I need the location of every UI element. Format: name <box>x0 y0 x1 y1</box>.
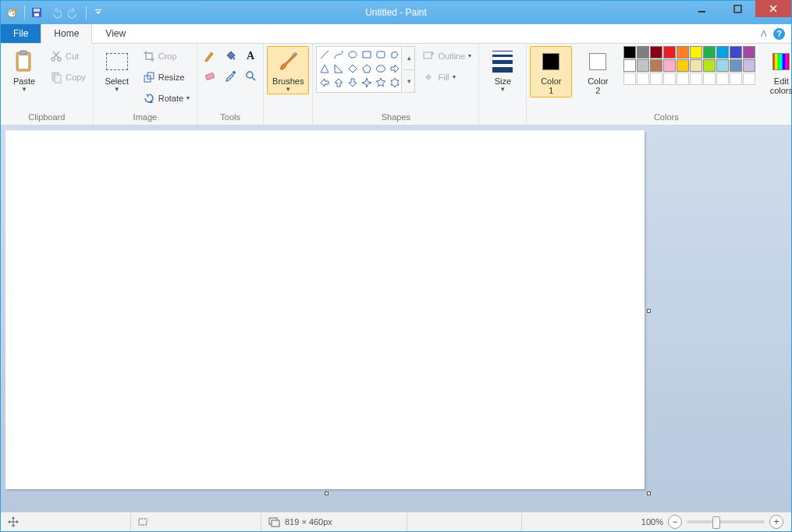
color1-button[interactable]: Color1 <box>530 46 572 98</box>
undo-button[interactable] <box>47 4 64 21</box>
shape-line[interactable] <box>318 48 332 62</box>
close-button[interactable] <box>755 0 791 17</box>
crop-button[interactable]: Crop <box>139 46 194 66</box>
svg-rect-17 <box>55 75 61 83</box>
color-swatch[interactable] <box>716 59 729 72</box>
shape-pentagon[interactable] <box>360 62 374 76</box>
fill-tool[interactable] <box>221 46 240 65</box>
custom-color-slot[interactable] <box>690 73 702 85</box>
app-window: Untitled - Paint File Home View ᐱ ? Past… <box>0 0 792 532</box>
zoom-in-button[interactable]: + <box>769 515 783 529</box>
rotate-button[interactable]: Rotate ▾ <box>139 88 194 108</box>
color-swatch[interactable] <box>650 59 662 72</box>
color-swatch[interactable] <box>703 46 716 59</box>
custom-color-slot[interactable] <box>650 73 662 85</box>
shape-right-arrow[interactable] <box>388 62 402 76</box>
color-swatch[interactable] <box>743 59 755 72</box>
color2-button[interactable]: Color2 <box>577 46 619 98</box>
zoom-slider-thumb[interactable] <box>712 516 720 529</box>
eraser-tool[interactable] <box>201 66 219 85</box>
color-swatch[interactable] <box>690 59 702 72</box>
shape-up-arrow[interactable] <box>332 76 346 90</box>
shape-triangle[interactable] <box>318 62 332 76</box>
color-swatch[interactable] <box>663 59 676 72</box>
paint-logo-icon <box>4 4 21 21</box>
custom-color-slot[interactable] <box>663 73 676 85</box>
help-button[interactable]: ? <box>773 28 785 40</box>
tab-home[interactable]: Home <box>41 24 92 44</box>
resize-handle-s[interactable] <box>325 491 329 495</box>
color-swatch[interactable] <box>623 59 636 72</box>
cut-button[interactable]: Cut <box>46 46 90 66</box>
save-button[interactable] <box>28 4 45 21</box>
color-swatch[interactable] <box>743 46 755 59</box>
shapes-gallery[interactable] <box>316 46 402 93</box>
color1-swatch <box>542 53 559 70</box>
shape-fill-button[interactable]: Fill ▾ <box>418 67 475 87</box>
color-swatch[interactable] <box>677 46 689 59</box>
pencil-tool[interactable] <box>201 46 219 65</box>
brushes-button[interactable]: Brushes ▼ <box>267 46 309 94</box>
shape-outline-button[interactable]: Outline ▾ <box>418 46 475 66</box>
resize-handle-se[interactable] <box>647 491 651 495</box>
color-swatch[interactable] <box>730 46 742 59</box>
customize-qat-button[interactable] <box>90 4 107 21</box>
canvas[interactable] <box>5 130 645 489</box>
color-swatch[interactable] <box>677 59 689 72</box>
magnifier-tool[interactable] <box>241 66 260 85</box>
collapse-ribbon-button[interactable]: ᐱ <box>761 29 767 39</box>
color-swatch[interactable] <box>637 46 649 59</box>
custom-color-slot[interactable] <box>623 73 636 85</box>
scroll-up-icon[interactable]: ▴ <box>403 47 414 70</box>
color-swatch[interactable] <box>703 59 716 72</box>
minimize-button[interactable] <box>684 0 719 17</box>
expand-gallery-icon[interactable]: ▾ <box>403 70 414 93</box>
shape-star6[interactable] <box>388 76 402 90</box>
shapes-scroll[interactable]: ▴▾ <box>403 46 415 93</box>
redo-button[interactable] <box>66 4 83 21</box>
zoom-slider[interactable] <box>687 520 765 523</box>
shape-star4[interactable] <box>360 76 374 90</box>
resize-button[interactable]: Resize <box>139 67 194 87</box>
maximize-button[interactable] <box>719 0 755 17</box>
group-brushes: Brushes ▼ <box>264 44 313 125</box>
select-button[interactable]: Select ▼ <box>97 46 137 94</box>
custom-color-slot[interactable] <box>637 73 649 85</box>
shape-hexagon[interactable] <box>374 62 388 76</box>
color-swatch[interactable] <box>623 46 636 59</box>
color-swatch[interactable] <box>690 46 702 59</box>
shape-roundrect[interactable] <box>374 48 388 62</box>
size-icon <box>492 48 513 75</box>
shape-diamond[interactable] <box>346 62 360 76</box>
color-swatch[interactable] <box>730 59 742 72</box>
shape-rect[interactable] <box>360 48 374 62</box>
color-swatch[interactable] <box>637 59 649 72</box>
zoom-out-button[interactable]: − <box>668 515 682 529</box>
shape-star5[interactable] <box>374 76 388 90</box>
tab-file[interactable]: File <box>1 24 41 43</box>
shape-curve[interactable] <box>332 48 346 62</box>
custom-color-slot[interactable] <box>716 73 729 85</box>
copy-button[interactable]: Copy <box>46 67 90 87</box>
custom-color-slot[interactable] <box>730 73 742 85</box>
paste-button[interactable]: Paste ▼ <box>4 46 44 94</box>
color-picker-tool[interactable] <box>221 66 240 85</box>
shape-right-triangle[interactable] <box>332 62 346 76</box>
tab-view[interactable]: View <box>92 24 139 43</box>
custom-color-slot[interactable] <box>677 73 689 85</box>
canvas-area[interactable] <box>1 126 791 512</box>
shape-oval[interactable] <box>346 48 360 62</box>
custom-color-slot[interactable] <box>743 73 755 85</box>
select-icon <box>106 48 128 75</box>
shape-left-arrow[interactable] <box>318 76 332 90</box>
text-tool[interactable]: A <box>241 46 260 65</box>
shape-polygon[interactable] <box>388 48 402 62</box>
custom-color-slot[interactable] <box>703 73 716 85</box>
color-swatch[interactable] <box>663 46 676 59</box>
edit-colors-button[interactable]: Editcolors <box>760 46 792 98</box>
resize-handle-e[interactable] <box>647 309 651 313</box>
size-button[interactable]: Size ▼ <box>482 46 523 94</box>
shape-down-arrow[interactable] <box>346 76 360 90</box>
color-swatch[interactable] <box>650 46 662 59</box>
color-swatch[interactable] <box>716 46 729 59</box>
